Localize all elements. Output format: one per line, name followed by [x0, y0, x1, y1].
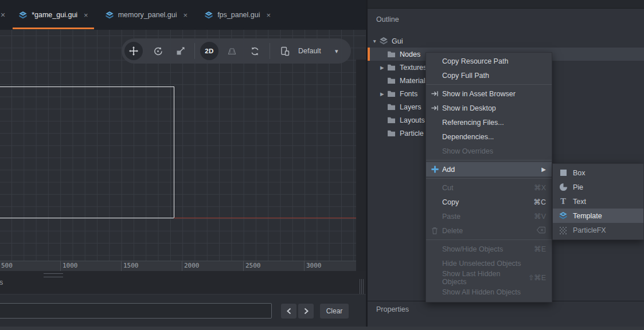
- defold-editor-window: × *game_gui.gui × memory_panel.gui ×: [0, 0, 644, 330]
- menu-item-label: Delete: [442, 227, 463, 235]
- close-icon[interactable]: ×: [184, 11, 188, 19]
- chevron-left-icon: [286, 308, 292, 315]
- disclosure-closed-icon[interactable]: ▶: [380, 65, 387, 70]
- close-icon[interactable]: ×: [84, 11, 88, 19]
- menu-separator: [426, 84, 552, 85]
- disclosure-open-icon[interactable]: ▼: [372, 38, 379, 44]
- menu-item-delete: Delete: [426, 223, 552, 238]
- find-previous-button[interactable]: [281, 304, 296, 319]
- add-submenu: Box Pie T Text Template: [552, 163, 644, 240]
- menu-item-referencing-files[interactable]: Referencing Files...: [426, 115, 552, 129]
- arrow-into-bar-icon: [431, 104, 442, 113]
- menu-item-copy[interactable]: Copy ⌘C: [426, 195, 552, 209]
- move-tool-button[interactable]: [124, 42, 143, 60]
- menu-item-add[interactable]: Add ▶: [426, 162, 552, 176]
- submenu-item-template[interactable]: Template: [553, 209, 643, 223]
- tree-row-label: Fonts: [400, 90, 417, 98]
- submenu-caret-icon: ▶: [541, 166, 546, 172]
- chevron-right-icon: [303, 308, 309, 315]
- editor-tab-strip: × *game_gui.gui × memory_panel.gui ×: [0, 0, 367, 30]
- menu-shortcut: ⌘C: [525, 198, 546, 206]
- folder-icon: [387, 76, 396, 85]
- menu-item-label: Hide Unselected Objects: [442, 260, 521, 268]
- menu-item-label: Show All Hidden Objects: [442, 288, 521, 296]
- console-search-bar: Clear: [0, 294, 366, 330]
- horizontal-splitter-handle[interactable]: [44, 273, 63, 277]
- tree-row-label: Textures: [400, 64, 427, 72]
- menu-item-paste: Paste ⌘V: [426, 209, 552, 223]
- tab-memory-panel[interactable]: memory_panel.gui ×: [99, 0, 193, 30]
- text-icon: T: [559, 197, 568, 206]
- vertical-splitter-handle[interactable]: [360, 279, 365, 294]
- menu-item-label: Copy: [442, 198, 459, 206]
- properties-panel-title: Properties: [376, 305, 409, 313]
- rotate-tool-button[interactable]: [149, 42, 167, 60]
- submenu-item-particlefx[interactable]: ParticleFX: [553, 223, 643, 237]
- tree-row-label: Layers: [400, 103, 421, 111]
- box-icon: [559, 168, 568, 178]
- close-icon[interactable]: ×: [0, 10, 7, 19]
- trash-icon: [431, 226, 442, 235]
- clear-console-button[interactable]: Clear: [320, 304, 349, 319]
- menu-item-show-overrides: Show Overrides: [426, 144, 552, 158]
- menu-item-show-hide-objects: Show/Hide Objects ⌘E: [426, 242, 552, 256]
- ruler-tick: [243, 261, 244, 271]
- ruler-label: 3000: [306, 262, 322, 269]
- tab-fps-panel[interactable]: fps_panel.gui ×: [198, 0, 276, 30]
- submenu-item-text[interactable]: T Text: [553, 194, 643, 209]
- folder-icon: [387, 116, 396, 125]
- layout-dropdown-value[interactable]: Default: [298, 38, 321, 64]
- particlefx-icon: [559, 226, 568, 235]
- gui-scene-icon: [18, 11, 28, 19]
- submenu-item-box[interactable]: Box: [553, 166, 643, 180]
- menu-item-label: Cut: [442, 184, 453, 192]
- menu-item-cut: Cut ⌘X: [426, 180, 552, 195]
- folder-icon: [387, 129, 396, 138]
- menu-item-copy-resource-path[interactable]: Copy Resource Path: [426, 54, 552, 68]
- viewport-scrollbar[interactable]: [356, 60, 366, 300]
- menu-item-copy-full-path[interactable]: Copy Full Path: [426, 68, 552, 82]
- realign-camera-button[interactable]: [245, 42, 264, 60]
- toolbar-divider: [194, 43, 195, 59]
- menu-item-label: Dependencies...: [442, 133, 494, 141]
- submenu-item-label: Pie: [573, 183, 583, 191]
- scale-tool-button[interactable]: [171, 42, 189, 60]
- menu-separator: [426, 178, 552, 179]
- console-tab-label-fragment[interactable]: s: [0, 278, 3, 286]
- ruler-label: 1500: [123, 262, 139, 269]
- rotate-icon: [153, 46, 163, 56]
- menu-item-hide-unselected-objects: Hide Unselected Objects: [426, 256, 552, 270]
- plus-icon: [431, 165, 442, 174]
- disclosure-closed-icon[interactable]: ▶: [380, 91, 387, 97]
- ruler-tick: [182, 261, 182, 271]
- ruler-tick: [60, 261, 61, 271]
- 2d-mode-button[interactable]: 2D: [200, 42, 218, 60]
- outline-panel-title: Outline: [376, 15, 399, 23]
- perspective-camera-button[interactable]: [223, 42, 241, 60]
- chevron-down-icon[interactable]: ▾: [335, 38, 338, 64]
- gui-scene-icon: [204, 11, 213, 19]
- menu-item-show-in-desktop[interactable]: Show in Desktop: [426, 101, 552, 115]
- console-search-input[interactable]: [0, 303, 272, 319]
- submenu-item-label: Box: [573, 169, 586, 177]
- find-next-button[interactable]: [298, 304, 314, 319]
- menu-item-dependencies[interactable]: Dependencies...: [426, 129, 552, 144]
- layout-device-button[interactable]: [276, 42, 294, 60]
- ruler-tick: [121, 261, 122, 271]
- toolbar-divider: [270, 43, 270, 59]
- menu-shortcut: ⇧⌘E: [520, 273, 546, 282]
- console-panel: s Clear: [0, 271, 366, 330]
- menu-item-show-in-asset-browser[interactable]: Show in Asset Browser: [426, 87, 552, 101]
- ruler-label: 1000: [63, 262, 78, 269]
- tab-label: fps_panel.gui: [217, 11, 260, 19]
- submenu-item-pie[interactable]: Pie: [553, 180, 643, 194]
- status-bar-strip: [0, 327, 644, 330]
- tab-game-gui[interactable]: *game_gui.gui ×: [13, 0, 94, 30]
- context-menu: Copy Resource Path Copy Full Path Show i…: [426, 52, 552, 302]
- viewport-canvas[interactable]: 2D: [0, 30, 367, 261]
- move-icon: [129, 46, 138, 56]
- tree-row-gui[interactable]: ▼ Gui: [368, 34, 644, 48]
- close-icon[interactable]: ×: [267, 11, 271, 19]
- menu-shortcut: ⌘X: [526, 183, 546, 192]
- template-icon: [559, 211, 568, 221]
